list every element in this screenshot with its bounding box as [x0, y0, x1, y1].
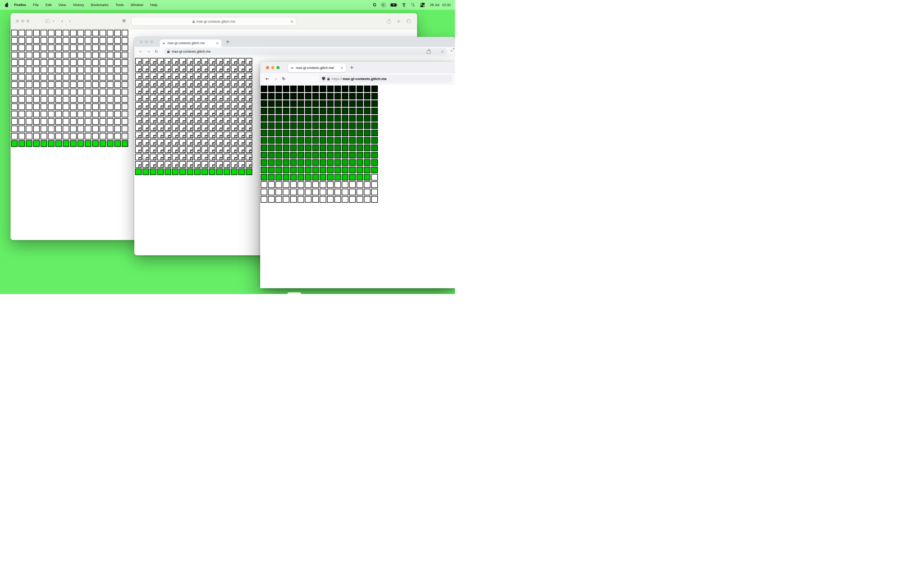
spotlight-search-icon[interactable]	[411, 3, 415, 7]
gl-canvas-cell	[157, 168, 164, 175]
minimize-button[interactable]	[271, 66, 274, 69]
gl-canvas-cell	[327, 166, 334, 173]
forward-button[interactable]: ›	[69, 19, 71, 23]
close-button[interactable]	[16, 19, 19, 23]
gl-canvas-cell	[335, 152, 341, 158]
gl-canvas-cell: ×	[150, 161, 157, 168]
extensions-puzzle-icon[interactable]	[452, 49, 455, 54]
firefox-address-bar[interactable]: https:// max-gl-contexts.glitch.me	[319, 75, 452, 82]
share-icon[interactable]: ↑	[427, 49, 431, 54]
gl-canvas-cell	[114, 103, 121, 110]
control-center-icon[interactable]	[420, 3, 425, 7]
back-button[interactable]: ←	[139, 49, 142, 54]
zoom-button[interactable]	[150, 40, 153, 44]
chrome-tab-strip[interactable]: ∞ max-gl-contexts.glitch.me × +	[134, 37, 455, 47]
safari-toolbar[interactable]: ∨ ‹ › max-gl-contexts.glitch.me ↻ ↑ +	[11, 13, 417, 29]
broken-image-icon: ×	[153, 150, 157, 153]
broken-image-icon: ×	[220, 69, 223, 72]
firefox-tab[interactable]: ∞ max-gl-contexts.glitch.me/ ×	[288, 63, 346, 72]
reload-button[interactable]: ↻	[282, 76, 285, 81]
new-tab-button[interactable]: +	[226, 39, 230, 44]
broken-image-icon: ×	[175, 128, 178, 131]
broken-image-icon: ×	[146, 157, 149, 160]
broken-image-icon: ×	[249, 61, 252, 65]
gl-canvas-cell	[33, 81, 40, 88]
gl-canvas-cell	[335, 100, 341, 107]
minimize-button[interactable]	[145, 40, 148, 44]
gl-canvas-cell	[48, 96, 55, 103]
close-button[interactable]	[139, 40, 143, 44]
privacy-shield-icon[interactable]	[123, 19, 126, 23]
gl-canvas-cell	[92, 140, 99, 147]
gl-canvas-cell: ×	[231, 65, 238, 72]
menu-item-history[interactable]: History	[70, 3, 87, 7]
gl-canvas-cell	[320, 100, 326, 107]
gl-canvas-cell	[297, 93, 304, 100]
bookmark-star-icon[interactable]: ☆	[441, 49, 444, 54]
gl-canvas-cell	[349, 196, 356, 203]
google-status-icon[interactable]: G	[373, 3, 376, 7]
firefox-tab-bar[interactable]: ∞ max-gl-contexts.glitch.me/ × +	[260, 62, 455, 73]
menu-item-edit[interactable]: Edit	[42, 3, 55, 7]
gl-canvas-cell	[275, 123, 282, 129]
chrome-tab[interactable]: ∞ max-gl-contexts.glitch.me ×	[160, 39, 221, 47]
menu-item-help[interactable]: Help	[147, 3, 161, 7]
zoom-button[interactable]	[276, 66, 280, 69]
gl-canvas-cell	[364, 174, 370, 181]
tracking-shield-icon[interactable]	[322, 77, 325, 81]
share-icon[interactable]: ↑	[387, 19, 391, 23]
broken-image-icon: ×	[197, 157, 200, 160]
gl-canvas-cell: ×	[157, 139, 164, 145]
menu-item-view[interactable]: View	[55, 3, 70, 7]
gl-canvas-cell	[283, 196, 289, 203]
battery-icon[interactable]	[391, 3, 396, 6]
menubar-clock[interactable]: 26 Jul 10:32	[430, 3, 451, 7]
minimize-button[interactable]	[21, 19, 24, 23]
new-tab-button[interactable]: +	[350, 65, 354, 70]
sidebar-toggle-icon[interactable]	[45, 19, 50, 23]
play-status-icon[interactable]: ▶	[381, 3, 385, 7]
broken-image-icon: ×	[146, 165, 149, 168]
gl-canvas-cell	[78, 133, 84, 139]
gl-canvas-cell	[40, 96, 47, 103]
menu-item-file[interactable]: File	[29, 3, 42, 7]
reload-button[interactable]: ↻	[155, 49, 158, 54]
zoom-button[interactable]	[26, 19, 29, 23]
menu-item-window[interactable]: Window	[127, 3, 147, 7]
forward-button[interactable]: →	[147, 49, 150, 54]
broken-image-icon: ×	[183, 157, 186, 160]
reload-icon[interactable]: ↻	[291, 19, 294, 24]
broken-image-icon: ×	[242, 98, 245, 101]
tab-close-icon[interactable]: ×	[341, 66, 343, 70]
gl-canvas-cell: ×	[150, 102, 157, 109]
chrome-address-bar[interactable]: max-gl-contexts.glitch.me ↑ ☆	[164, 48, 448, 55]
close-button[interactable]	[266, 66, 269, 69]
new-tab-icon[interactable]: +	[396, 19, 401, 24]
gl-canvas-cell: ×	[142, 102, 149, 109]
gl-canvas-cell	[122, 52, 128, 58]
tab-close-icon[interactable]: ×	[216, 41, 219, 45]
gl-canvas-cell: ×	[194, 80, 200, 87]
broken-image-icon: ×	[205, 135, 208, 138]
wifi-icon[interactable]	[402, 3, 406, 6]
back-button[interactable]: ←	[265, 76, 269, 81]
broken-image-icon: ×	[242, 128, 245, 131]
gl-canvas-cell	[305, 166, 312, 173]
menu-item-bookmarks[interactable]: Bookmarks	[87, 3, 112, 7]
menu-app-name[interactable]: Firefox	[11, 3, 29, 7]
broken-image-icon: ×	[242, 165, 245, 168]
gl-canvas-cell	[100, 81, 106, 88]
tab-overview-icon[interactable]	[407, 19, 411, 23]
apple-menu-icon[interactable]	[5, 3, 9, 7]
gl-canvas-cell: ×	[216, 102, 223, 109]
broken-image-icon: ×	[227, 157, 230, 160]
menu-item-tools[interactable]: Tools	[112, 3, 128, 7]
safari-address-bar[interactable]: max-gl-contexts.glitch.me ↻	[131, 17, 296, 26]
gl-canvas-cell	[268, 181, 275, 188]
forward-button[interactable]: →	[273, 76, 277, 81]
back-button[interactable]: ‹	[61, 19, 63, 23]
chevron-down-icon[interactable]: ∨	[52, 20, 55, 23]
gl-canvas-cell: ×	[201, 161, 208, 168]
gl-canvas-cell	[290, 174, 297, 181]
gl-canvas-cell: ×	[187, 132, 193, 138]
